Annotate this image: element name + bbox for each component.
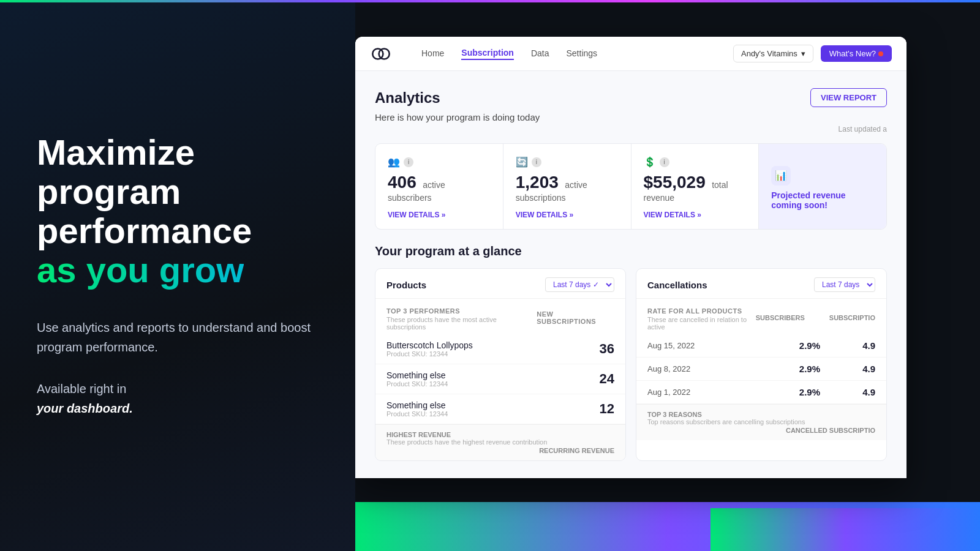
bottom-gradient-bar (710, 508, 980, 551)
store-selector[interactable]: Andy's Vitamins ▾ (733, 45, 813, 62)
products-title: Products (386, 280, 426, 290)
cancel-subscriptions-0: 4.9 (845, 340, 875, 351)
cancellations-period-select[interactable]: Last 7 days (814, 277, 875, 292)
notification-dot (878, 51, 883, 56)
nav-links: Home Subscription Data Settings (421, 48, 714, 60)
cancel-subs-2: 2.9% (790, 387, 820, 397)
products-card: Products Last 7 days ✓ TOP 3 PERFORMERS … (375, 268, 626, 461)
stats-row: 👥 i 406 active subscribers VIEW DETAILS … (375, 143, 887, 230)
rate-header-left: RATE FOR ALL PRODUCTS These are cancelle… (647, 305, 756, 331)
highest-revenue-desc: These products have the highest revenue … (386, 438, 614, 446)
stat-card-revenue: 💲 i $55,029 total revenue VIEW DETAILS » (631, 144, 760, 229)
cancel-subs-1: 2.9% (790, 364, 820, 374)
stat-value-container-subscriptions: 1,203 active subscriptions (516, 173, 619, 203)
product-row-left-2: Something else Product SKU: 12344 (386, 400, 448, 418)
nav-settings[interactable]: Settings (567, 48, 598, 59)
cancel-values-0: 2.9% 4.9 (790, 340, 875, 351)
cancel-values-2: 2.9% 4.9 (790, 387, 875, 397)
product-value-0: 36 (600, 341, 614, 357)
analytics-header: Analytics VIEW REPORT (375, 88, 887, 107)
products-period-select[interactable]: Last 7 days ✓ (545, 277, 614, 292)
nav-bar: Home Subscription Data Settings Andy's V… (355, 37, 907, 71)
rate-desc: These are cancelled in relation to activ… (647, 316, 756, 331)
product-sku-2: Product SKU: 12344 (386, 410, 448, 418)
stat-info-row-subscriptions: 🔄 i (516, 156, 619, 168)
stat-value-container-revenue: $55,029 total revenue (644, 173, 747, 203)
projected-icon: 📊 (771, 166, 791, 186)
heading-line1: Maximize program (37, 132, 195, 211)
view-report-button[interactable]: VIEW REPORT (810, 88, 887, 107)
product-value-2: 12 (600, 401, 614, 417)
right-panel: Home Subscription Data Settings Andy's V… (355, 0, 980, 551)
stat-info-row-subscribers: 👥 i (388, 156, 491, 168)
product-name-1: Something else (386, 370, 448, 380)
top3-header-left: TOP 3 PERFORMERS These products have the… (386, 305, 537, 331)
subscriptions-value: 1,203 (516, 173, 559, 192)
product-row-0: Butterscotch Lollypops Product SKU: 1234… (375, 334, 625, 364)
cancel-row-2: Aug 1, 2022 2.9% 4.9 (636, 381, 886, 404)
top3-desc: These products have the most active subs… (386, 316, 537, 331)
subscribers-value: 406 (388, 173, 417, 192)
highest-revenue-label: HIGHEST REVENUE (386, 431, 614, 438)
store-name: Andy's Vitamins (741, 49, 797, 58)
description-text: Use analytics and reports to understand … (37, 318, 318, 357)
revenue-icon: 💲 (644, 156, 656, 168)
col-subscribers-label: Subscribers (756, 314, 805, 321)
view-details-revenue[interactable]: VIEW DETAILS » (644, 211, 747, 219)
products-sub-header: TOP 3 PERFORMERS These products have the… (375, 299, 625, 334)
rate-label: RATE FOR ALL PRODUCTS (647, 307, 742, 315)
recurring-revenue-label: Recurring revenue (386, 447, 614, 454)
logo-icon (370, 47, 392, 61)
cancel-date-0: Aug 15, 2022 (647, 341, 695, 350)
info-icon-subscribers[interactable]: i (404, 157, 413, 167)
cancel-row-0: Aug 15, 2022 2.9% 4.9 (636, 334, 886, 358)
nav-home[interactable]: Home (421, 48, 444, 59)
analytics-subtitle: Here is how your program is doing today (375, 112, 887, 122)
product-sku-1: Product SKU: 12344 (386, 380, 448, 388)
top3-reasons-desc: Top reasons subscribers are cancelling s… (647, 418, 875, 425)
projected-text: Projected revenue coming soon! (771, 190, 874, 210)
stat-value-container-subscribers: 406 active subscribers (388, 173, 491, 203)
nav-subscription[interactable]: Subscription (461, 48, 514, 60)
browser-window: Home Subscription Data Settings Andy's V… (355, 37, 907, 478)
cancel-subs-0: 2.9% (790, 340, 820, 351)
glance-grid: Products Last 7 days ✓ TOP 3 PERFORMERS … (375, 268, 887, 461)
info-icon-subscriptions[interactable]: i (532, 157, 541, 167)
product-row-left-1: Something else Product SKU: 12344 (386, 370, 448, 388)
chevron-down-icon: ▾ (801, 49, 805, 58)
product-row-1: Something else Product SKU: 12344 24 (375, 364, 625, 394)
nav-right: Andy's Vitamins ▾ What's New? (733, 45, 892, 62)
stat-card-subscriptions: 🔄 i 1,203 active subscriptions VIEW DETA… (503, 144, 631, 229)
cancel-subscriptions-2: 4.9 (845, 387, 875, 397)
info-icon-revenue[interactable]: i (660, 157, 669, 167)
view-details-subscribers[interactable]: VIEW DETAILS » (388, 211, 491, 219)
heading-line2: performance (37, 211, 252, 250)
stat-card-subscribers: 👥 i 406 active subscribers VIEW DETAILS … (375, 144, 503, 229)
cancellations-card-header: Cancellations Last 7 days (636, 269, 886, 299)
subscribers-icon: 👥 (388, 156, 400, 168)
cancellations-card: Cancellations Last 7 days RATE FOR ALL P… (636, 268, 887, 461)
cancel-date-1: Aug 8, 2022 (647, 364, 690, 373)
analytics-title: Analytics (375, 89, 440, 107)
svg-point-1 (379, 48, 390, 59)
product-value-1: 24 (600, 371, 614, 387)
cancel-date-2: Aug 1, 2022 (647, 388, 690, 397)
cancellations-title: Cancellations (647, 280, 707, 290)
cancel-row-1: Aug 8, 2022 2.9% 4.9 (636, 358, 886, 381)
whats-new-button[interactable]: What's New? (821, 45, 892, 62)
revenue-value: $55,029 (644, 173, 706, 192)
left-panel: Maximize program performance as you grow… (0, 0, 355, 551)
cancel-values-1: 2.9% 4.9 (790, 364, 875, 374)
product-name-0: Butterscotch Lollypops (386, 340, 473, 350)
cancel-subscriptions-1: 4.9 (845, 364, 875, 374)
product-name-2: Something else (386, 400, 448, 410)
product-sku-0: Product SKU: 12344 (386, 350, 473, 358)
cancellations-sub-header: RATE FOR ALL PRODUCTS These are cancelle… (636, 299, 886, 334)
highest-revenue-footer: HIGHEST REVENUE These products have the … (375, 424, 625, 460)
product-row-left-0: Butterscotch Lollypops Product SKU: 1234… (386, 340, 473, 358)
top3-reasons-footer: TOP 3 REASONS Top reasons subscribers ar… (636, 404, 886, 440)
view-details-subscriptions[interactable]: VIEW DETAILS » (516, 211, 619, 219)
cancel-cols: Subscribers Subscriptio (756, 314, 875, 321)
content-area: Analytics VIEW REPORT Here is how your p… (355, 71, 907, 478)
nav-data[interactable]: Data (531, 48, 549, 59)
